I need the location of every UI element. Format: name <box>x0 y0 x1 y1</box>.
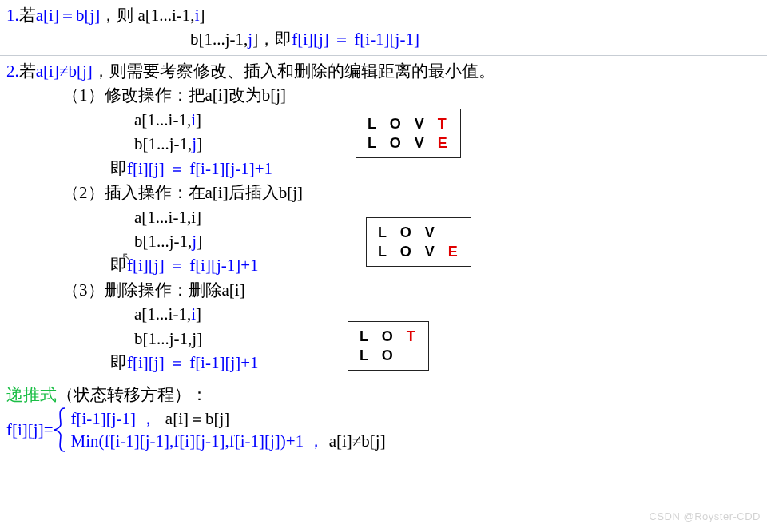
op2-title: （2）插入操作：在a[i]后插入b[j] <box>6 181 761 204</box>
num-1: 1. <box>6 6 19 25</box>
mouse-cursor-icon: ↖ <box>121 249 132 264</box>
box-line2: L O V E <box>368 133 452 153</box>
eq-line2: b[1...j-1,j]，即f[i][j] ＝ f[i-1][j-1] <box>6 27 761 51</box>
txt: b[1...j-1, <box>134 134 192 153</box>
txt: a[1...i-1, <box>134 304 191 324</box>
box-line2: L O V E <box>378 242 463 261</box>
txt: b[1...j-1, <box>190 30 248 49</box>
lhs: f[i][j]= <box>6 420 53 440</box>
txt: ] <box>196 110 201 129</box>
op2-illustration-box: L O V L O V E <box>366 217 471 268</box>
case1-expr: f[i-1][j-1] ， <box>70 409 165 428</box>
case2: Min(f[i-1][j-1],f[i][j-1],f[i-1][j])+1 ，… <box>70 430 385 452</box>
txt: ] <box>196 304 201 324</box>
formula: f[i][j] ＝ f[i-1][j-1]+1 <box>127 159 272 178</box>
section-case-equal: 1.若a[i]＝b[j]，则 a[1...i-1,i] b[1...j-1,j]… <box>0 0 767 56</box>
section-case-notequal: 2.若a[i]≠b[j]，则需要考察修改、插入和删除的编辑距离的最小值。 （1）… <box>0 56 767 379</box>
formula: f[i][j] ＝ f[i][j-1]+1 <box>127 256 259 275</box>
box-line1: L O V T <box>368 114 452 133</box>
formula: f[i][j] ＝ f[i-1][j]+1 <box>127 353 259 372</box>
txt: 即 <box>110 159 127 178</box>
case2-cond: a[i]≠b[j] <box>329 431 386 451</box>
box-line1: L O T <box>360 327 420 346</box>
op3-title: （3）删除操作：删除a[i] <box>6 278 761 302</box>
txt: b[1...j-1,j] <box>134 329 202 348</box>
cases: f[i-1][j-1] ， a[i]＝b[j] Min(f[i-1][j-1],… <box>67 407 385 453</box>
formula: f[i][j] ＝ f[i-1][j-1] <box>292 30 419 49</box>
recurrence-title: 递推式（状态转移方程）： <box>6 383 761 407</box>
txt: a[1...i-1,i] <box>134 208 201 227</box>
op1-f: 即f[i][j] ＝ f[i-1][j-1]+1 <box>6 157 761 181</box>
case2-expr: Min(f[i-1][j-1],f[i][j-1],f[i-1][j])+1 ， <box>70 431 328 451</box>
box-line1: L O V <box>378 223 463 242</box>
eq-line1: 1.若a[i]＝b[j]，则 a[1...i-1,i] <box>6 3 761 27</box>
txt: a[1...i-1, <box>134 110 191 129</box>
brace-icon <box>53 407 67 453</box>
txt: 若 <box>19 62 36 81</box>
case1-cond: a[i]＝b[j] <box>165 409 229 428</box>
txt: ，则 a[1...i-1, <box>100 6 194 25</box>
txt: ] <box>199 6 205 25</box>
txt: （状态转移方程）： <box>57 385 208 404</box>
op3-illustration-box: L O T L O <box>348 321 429 371</box>
txt: 若 <box>19 6 36 25</box>
num-2: 2. <box>6 62 19 81</box>
section-recurrence: 递推式（状态转移方程）： f[i][j]= f[i-1][j-1] ， a[i]… <box>0 379 767 456</box>
title-green: 递推式 <box>6 385 57 404</box>
txt: ] <box>197 134 202 153</box>
box-line2: L O <box>360 346 420 365</box>
txt: ]，即 <box>252 30 292 49</box>
txt: b[1...j-1, <box>134 232 192 251</box>
op1-title: （1）修改操作：把a[i]改为b[j] <box>6 83 761 107</box>
case1: f[i-1][j-1] ， a[i]＝b[j] <box>70 407 385 430</box>
neq-header: 2.若a[i]≠b[j]，则需要考察修改、插入和删除的编辑距离的最小值。 <box>6 59 761 83</box>
cond-neq: a[i]≠b[j] <box>36 62 93 81</box>
op1-illustration-box: L O V T L O V E <box>356 109 461 159</box>
txt: ，则需要考察修改、插入和删除的编辑距离的最小值。 <box>93 62 495 81</box>
recurrence-eq: f[i][j]= f[i-1][j-1] ， a[i]＝b[j] Min(f[i… <box>6 407 761 453</box>
txt: ] <box>197 232 202 251</box>
watermark: CSDN @Royster-CDD <box>650 510 761 522</box>
cond-eq: a[i]＝b[j] <box>36 6 100 25</box>
txt: 即 <box>110 353 127 372</box>
